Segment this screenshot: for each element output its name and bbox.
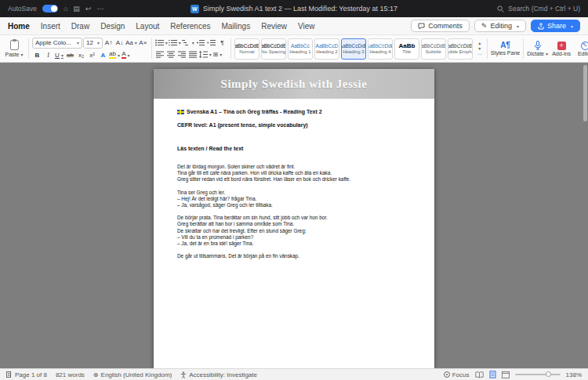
style-title[interactable]: AaBbTitle	[394, 38, 419, 60]
language-indicator[interactable]: ⊕ English (United Kingdom)	[93, 371, 172, 378]
tab-view[interactable]: View	[298, 22, 315, 31]
style-heading-2[interactable]: AaBbCcDHeading 2	[314, 38, 339, 60]
font-name-select[interactable]: Apple Colo...	[32, 38, 82, 49]
highlight-color-button[interactable]: ab	[109, 50, 120, 60]
search-icon	[497, 5, 504, 13]
style-subtle-emph-[interactable]: AaBbCcDdEeSubtle Emph...	[448, 38, 473, 60]
word-count-indicator[interactable]: 821 words	[56, 371, 85, 378]
italic-button[interactable]: I	[43, 50, 53, 60]
multilevel-list-button[interactable]	[182, 38, 194, 48]
font-color-button[interactable]: A	[121, 50, 131, 60]
autosave-toggle[interactable]	[42, 5, 58, 13]
comments-button[interactable]: Comments	[411, 20, 470, 32]
titlebar-search[interactable]: Search (Cmd + Ctrl + U)	[497, 5, 580, 13]
text-line[interactable]: De börjar prata. Tina berättar om sin hu…	[177, 215, 411, 221]
text-line[interactable]: – Ja, varsågod, säger Greg och ler tillb…	[177, 202, 411, 208]
editing-mode-button[interactable]: ✎ Editing	[474, 20, 526, 32]
style-heading-3[interactable]: AaBbCcDdEHeading 3	[341, 38, 366, 60]
text-line[interactable]: De skrattar och har det trevligt. Efter …	[177, 228, 411, 234]
clear-formatting-button[interactable]: A×	[138, 38, 148, 48]
style-normal[interactable]: AaBbCcDdEeNormal	[234, 38, 260, 60]
accessibility-icon	[180, 371, 187, 378]
text-line[interactable]: De går ut tillsammans. Det är början på …	[177, 253, 411, 259]
gallery-up-icon[interactable]: ▴	[476, 41, 484, 46]
page-count-indicator[interactable]: Page 1 of 8	[6, 371, 47, 378]
undo-icon[interactable]: ↩	[85, 5, 92, 13]
decrease-indent-button[interactable]	[195, 38, 205, 48]
document-page[interactable]: Simply Swedish with Jessie Svenska A1 – …	[154, 69, 434, 368]
text-line[interactable]: – Ja, det är en bra idé! säger Tina.	[177, 241, 411, 247]
print-layout-button[interactable]	[489, 371, 496, 378]
zoom-slider[interactable]	[515, 374, 561, 375]
bold-button[interactable]: B	[32, 50, 42, 60]
document-title-line[interactable]: Svenska A1 – Tina och Greg träffas - Rea…	[177, 109, 411, 115]
style-heading-4[interactable]: AaBbCcDdEHeading 4	[368, 38, 393, 60]
text-line[interactable]: Tina ser Greg och ler.	[177, 190, 411, 196]
strikethrough-button[interactable]: ab	[65, 50, 75, 60]
show-paragraph-marks-button[interactable]: ¶	[217, 38, 227, 48]
borders-button[interactable]: ⊞	[212, 49, 223, 60]
paste-button[interactable]: Paste	[3, 40, 25, 57]
style-subtitle[interactable]: AaBbCcDdEeSubtitle	[421, 38, 446, 60]
web-layout-button[interactable]	[502, 371, 510, 378]
addins-button[interactable]: + Add-ins	[551, 42, 572, 56]
grow-font-button[interactable]: A↑	[103, 38, 114, 48]
tab-draw[interactable]: Draw	[71, 22, 89, 31]
document-level-line[interactable]: CEFR level: A1 (present tense, simple vo…	[177, 122, 411, 128]
zoom-slider-knob[interactable]	[546, 371, 551, 377]
align-left-button[interactable]	[155, 49, 165, 60]
subscript-button[interactable]: x₂	[76, 50, 86, 60]
tab-insert[interactable]: Insert	[41, 22, 60, 31]
bullet-list-button[interactable]	[155, 38, 168, 48]
text-line[interactable]: – Hej! Är det ledigt här? frågar Tina.	[177, 196, 411, 202]
tab-mailings[interactable]: Mailings	[221, 22, 250, 31]
align-right-button[interactable]	[177, 49, 187, 60]
tab-review[interactable]: Review	[261, 22, 287, 31]
justify-button[interactable]	[188, 49, 198, 60]
text-effects-button[interactable]: A	[98, 50, 108, 60]
shrink-font-button[interactable]: A↓	[114, 38, 125, 48]
text-line[interactable]: – Vill du ta en promenad i parken?	[177, 234, 411, 241]
tab-home[interactable]: Home	[8, 22, 30, 31]
vertical-scrollbar-thumb[interactable]	[583, 65, 587, 121]
font-size-select[interactable]: 12	[83, 38, 103, 49]
align-left-icon	[156, 51, 164, 58]
share-icon	[538, 23, 544, 30]
paragraph: Det är lördag morgon. Solen skiner och v…	[177, 164, 411, 183]
change-case-button[interactable]: Aa	[125, 38, 137, 48]
font-group: Apple Colo... 12 A↑ A↓ Aa A× B I U ab x₂…	[32, 38, 148, 60]
dictate-button[interactable]: Dictate	[527, 41, 548, 56]
text-line[interactable]: Tina går till ett café nära parken. Hon …	[177, 170, 411, 176]
style-heading-1[interactable]: AaBbCcHeading 1	[288, 38, 313, 60]
home-icon[interactable]: ⌂	[64, 5, 67, 13]
document-body[interactable]: Svenska A1 – Tina och Greg träffas - Rea…	[154, 99, 434, 259]
text-line[interactable]: Greg sitter redan vid ett bord nära föns…	[177, 176, 411, 183]
save-icon[interactable]: ▤	[73, 5, 80, 13]
zoom-percentage[interactable]: 138%	[566, 371, 582, 378]
underline-button[interactable]: U	[54, 50, 64, 60]
window-title-area: W Simply Swedish A1 text 2 — Last Modifi…	[191, 5, 397, 13]
text-line[interactable]: Greg berättar att han bor i samma område…	[177, 221, 411, 227]
read-mode-button[interactable]	[475, 371, 484, 378]
tab-layout[interactable]: Layout	[136, 22, 159, 31]
tab-design[interactable]: Design	[100, 22, 125, 31]
gallery-down-icon[interactable]: ▾	[476, 46, 484, 52]
editor-button[interactable]: ✎ Editor	[575, 42, 588, 56]
line-spacing-button[interactable]	[199, 49, 212, 60]
paragraph: De går ut tillsammans. Det är början på …	[177, 253, 411, 259]
align-center-button[interactable]	[166, 49, 176, 60]
dictate-mic-icon	[534, 41, 542, 50]
document-instruction-line[interactable]: Läs texten / Read the text	[177, 146, 411, 152]
style-no-spacing[interactable]: AaBbCcDdEeNo Spacing	[261, 38, 286, 60]
focus-toggle[interactable]: Focus	[444, 371, 470, 378]
superscript-button[interactable]: x²	[87, 50, 97, 60]
numbered-list-button[interactable]	[169, 38, 181, 48]
text-line[interactable]: Det är lördag morgon. Solen skiner och v…	[177, 164, 411, 170]
tab-references[interactable]: References	[170, 22, 210, 31]
styles-pane-button[interactable]: A¶ Styles Pane	[491, 42, 520, 56]
accessibility-indicator[interactable]: Accessibility: Investigate	[180, 371, 257, 378]
increase-indent-button[interactable]	[206, 38, 216, 48]
share-button[interactable]: Share	[531, 20, 580, 32]
quick-access-more-icon[interactable]: ⋯	[96, 5, 103, 13]
gallery-expand-icon[interactable]: ⋯	[476, 52, 484, 57]
